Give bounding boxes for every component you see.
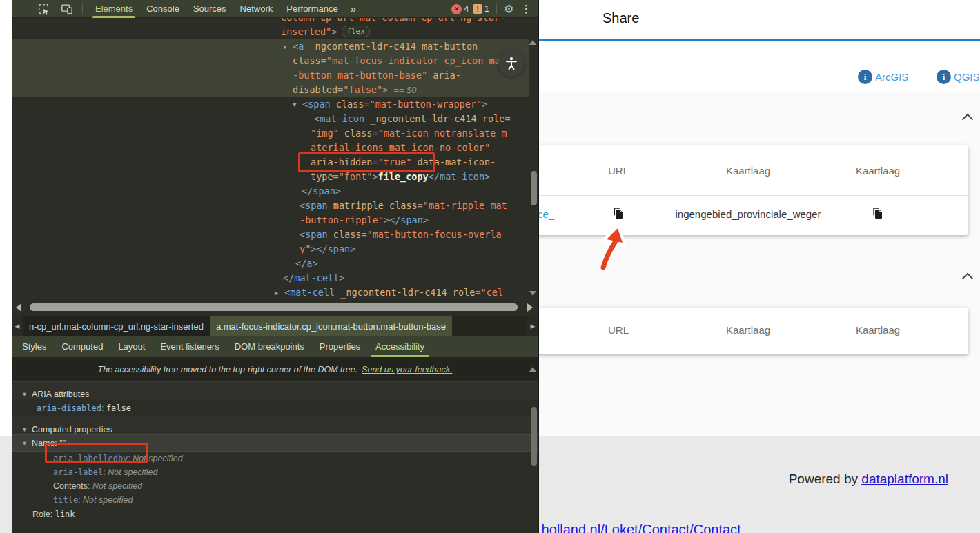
- column-header-kaartlaag-2: Kaartlaag: [856, 324, 900, 336]
- scroll-up-arrow[interactable]: [529, 367, 536, 372]
- toolbar-tab-elements[interactable]: Elements: [88, 0, 139, 18]
- aria-disabled-row: aria-disabled: false: [12, 399, 538, 417]
- breadcrumb-item-anchor[interactable]: a.mat-focus-indicator.cp_icon.mat-button…: [210, 316, 452, 336]
- info-icon[interactable]: i: [937, 70, 951, 84]
- breadcrumb-item-mat-cell[interactable]: n-cp_url.mat-column-cp_url.ng-star-inser…: [23, 316, 210, 336]
- more-tabs-chevron[interactable]: »: [345, 3, 362, 14]
- selected-dom-node-line[interactable]: ▼<a _ngcontent-ldr-c414 mat-button: [12, 39, 529, 54]
- panel-tab-event-listeners[interactable]: Event listeners: [153, 336, 226, 357]
- name-children: aria-labelledby: Not specifiedaria-label…: [12, 452, 538, 507]
- dom-node-line[interactable]: aterial-icons mat-icon-no-color": [12, 141, 529, 155]
- dom-node-line[interactable]: "img" class="mat-icon notranslate m: [12, 126, 529, 141]
- notice-text: The accessibility tree moved to the top-…: [98, 365, 358, 374]
- dom-node-line[interactable]: </a>: [12, 257, 529, 271]
- feedback-link[interactable]: Send us your feedback.: [362, 365, 452, 374]
- code-lines: column-cp_url mat-column-cp_url ng-star-…: [12, 18, 529, 299]
- arcgis-link-label[interactable]: ArcGIS: [875, 71, 908, 83]
- issues-badge[interactable]: ! 1: [473, 4, 489, 14]
- name-source-row: aria-label: Not specified: [12, 465, 538, 479]
- panel-tab-layout[interactable]: Layout: [110, 336, 153, 357]
- sidebar-panel-tabs: StylesComputedLayoutEvent listenersDOM b…: [12, 336, 538, 357]
- issue-icon: !: [473, 4, 482, 14]
- name-source-row: Contents: Not specified: [12, 479, 538, 493]
- dom-node-line[interactable]: -button-ripple"></span>: [12, 213, 529, 228]
- dom-node-line[interactable]: <span class="mat-button-focus-overla: [12, 228, 529, 242]
- toolbar-right-controls: ✕ 4 ! 1 ⚙ ⋮: [451, 0, 534, 18]
- scroll-right-arrow[interactable]: [527, 303, 533, 312]
- kaartlaag-value: ingengebied_provinciale_weger: [676, 208, 821, 220]
- computed-name-row[interactable]: ▼Name: "": [12, 434, 538, 452]
- dom-node-line[interactable]: ▼<span class="mat-button-wrapper">: [12, 97, 529, 112]
- dom-node-line[interactable]: type="font">file_copy</mat-icon>: [12, 170, 529, 184]
- selected-dom-node-line[interactable]: class="mat-focus-indicator cp_icon mat: [12, 54, 529, 68]
- aria-attributes-section-header[interactable]: ▼ARIA attributes: [12, 382, 538, 399]
- role-label: Role:: [32, 510, 52, 519]
- toolbar-tab-network[interactable]: Network: [233, 0, 280, 18]
- service-link[interactable]: ce_: [538, 208, 554, 220]
- selected-dom-node-line[interactable]: disabled="false"> == $0: [12, 83, 529, 97]
- dom-node-line[interactable]: <span matripple class="mat-ripple mat: [12, 199, 529, 213]
- copy-url-icon[interactable]: [613, 207, 624, 219]
- settings-gear-icon[interactable]: ⚙: [504, 3, 514, 15]
- powered-by: Powered by dataplatform.nl: [789, 472, 948, 487]
- error-icon: ✕: [451, 4, 462, 14]
- panel-tab-accessibility[interactable]: Accessibility: [368, 336, 432, 357]
- computed-properties-section-header[interactable]: ▼Computed properties: [12, 417, 538, 434]
- triangle-expanded-icon: ▼: [21, 426, 32, 433]
- elements-tree[interactable]: column-cp_url mat-column-cp_url ng-star-…: [12, 18, 538, 299]
- breadcrumb: ◀ n-cp_url.mat-column-cp_url.ng-star-ins…: [12, 316, 538, 336]
- devtools-toolbar: ElementsConsoleSourcesNetworkPerformance…: [12, 0, 538, 18]
- dom-node-line[interactable]: y"></span>: [12, 242, 529, 257]
- dataplatform-link[interactable]: dataplatform.nl: [861, 472, 948, 486]
- panel-tab-computed[interactable]: Computed: [54, 336, 110, 357]
- flex-badge[interactable]: flex: [342, 26, 370, 37]
- dom-node-line[interactable]: ▶<mat-cell _ngcontent-ldr-c414 role="cel: [12, 285, 529, 299]
- copy-kaartlaag-icon[interactable]: [872, 207, 883, 219]
- collapse-section-1-chevron-icon[interactable]: [961, 112, 974, 121]
- panel-tab-dom-breakpoints[interactable]: DOM breakpoints: [227, 336, 312, 357]
- dom-node-line[interactable]: column-cp_url mat-column-cp_url ng-star-: [12, 18, 529, 25]
- gis-links-row: i ArcGIS i QGIS: [856, 70, 980, 88]
- scroll-down-arrow[interactable]: [529, 291, 536, 296]
- toolbar-tab-performance[interactable]: Performance: [280, 0, 344, 18]
- issue-count: 1: [484, 4, 489, 14]
- column-header-kaartlaag-2: Kaartlaag: [856, 165, 900, 177]
- toolbar-tab-console[interactable]: Console: [139, 0, 186, 18]
- console-errors-badge[interactable]: ✕ 4: [451, 4, 469, 14]
- more-options-kebab-icon[interactable]: ⋮: [518, 3, 534, 15]
- dom-node-line[interactable]: aria-hidden="true" data-mat-icon-: [12, 155, 529, 170]
- computed-role-row: Role: link: [12, 507, 538, 521]
- scroll-up-arrow[interactable]: [529, 40, 536, 45]
- collapse-section-2-chevron-icon[interactable]: [961, 272, 974, 280]
- name-source-row: aria-labelledby: Not specified: [12, 452, 538, 465]
- contact-link[interactable]: .holland.nl/Loket/Contact/Contact: [538, 522, 741, 533]
- inspect-element-icon[interactable]: [37, 2, 50, 16]
- dom-node-line[interactable]: <mat-icon _ngcontent-ldr-c414 role=: [12, 112, 529, 126]
- toolbar-tabs: ElementsConsoleSourcesNetworkPerformance: [88, 0, 345, 18]
- qgis-link[interactable]: i QGIS: [937, 70, 980, 84]
- breadcrumb-right-arrow[interactable]: ▶: [527, 316, 538, 336]
- breadcrumb-left-arrow[interactable]: ◀: [12, 316, 23, 336]
- panel-tab-properties[interactable]: Properties: [312, 336, 368, 357]
- name-value: "": [59, 439, 66, 448]
- share-dialog-title: Share: [602, 10, 639, 26]
- arcgis-link[interactable]: i ArcGIS: [858, 70, 908, 84]
- accessibility-person-icon[interactable]: [498, 50, 525, 77]
- dom-node-line[interactable]: </mat-cell>: [12, 271, 529, 285]
- error-count: 4: [464, 4, 469, 14]
- horizontal-scrollbar-thumb[interactable]: [30, 303, 518, 311]
- vertical-scrollbar-thumb[interactable]: [531, 171, 537, 205]
- selected-dom-node-line[interactable]: -button mat-button-base" aria-: [12, 68, 529, 83]
- dom-node-line[interactable]: </span>: [12, 184, 529, 199]
- device-toolbar-icon[interactable]: [60, 2, 74, 16]
- scroll-left-arrow[interactable]: [16, 303, 21, 312]
- info-icon[interactable]: i: [858, 70, 872, 84]
- horizontal-scrollbar[interactable]: [12, 299, 538, 316]
- panel-tab-styles[interactable]: Styles: [14, 336, 54, 357]
- dom-node-line[interactable]: inserted">flex: [12, 25, 529, 39]
- name-source-row: title: Not specified: [12, 493, 538, 507]
- toolbar-tab-sources[interactable]: Sources: [186, 0, 233, 18]
- vertical-scrollbar-thumb[interactable]: [531, 407, 537, 466]
- toolbar-separator: [82, 3, 83, 14]
- qgis-link-label[interactable]: QGIS: [954, 71, 980, 83]
